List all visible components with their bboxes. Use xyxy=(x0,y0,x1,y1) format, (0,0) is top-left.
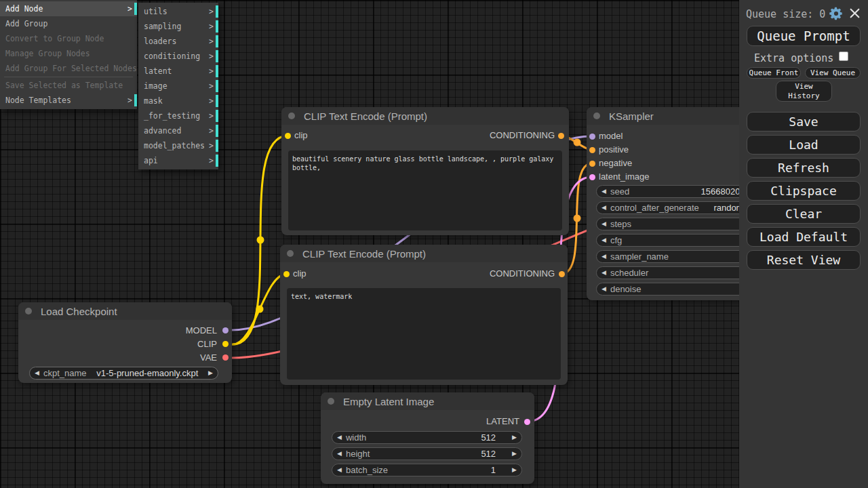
menu-item-convert-to-group-node: Convert to Group Node xyxy=(0,31,137,46)
load-default-button[interactable]: Load Default xyxy=(747,227,861,247)
node-canvas[interactable]: CLIP Text Encode (Prompt) clip CONDITION… xyxy=(0,0,868,488)
node-clip-text-encode-1[interactable]: CLIP Text Encode (Prompt) clip CONDITION… xyxy=(281,107,569,235)
node-collapse-dot[interactable] xyxy=(593,113,600,119)
submenu-arrow-icon: > xyxy=(209,79,214,94)
prompt-textarea[interactable]: beautiful scenery nature glass bottle la… xyxy=(288,150,562,230)
output-label: LATENT xyxy=(486,416,519,426)
extra-options-label: Extra options xyxy=(754,52,833,64)
submenu-arrow-icon: > xyxy=(209,4,214,19)
submenu-arrow-icon: > xyxy=(209,34,214,49)
input-label: positive xyxy=(599,144,629,155)
increment-icon[interactable]: ▶ xyxy=(512,464,517,476)
view-history-button[interactable]: View History xyxy=(776,81,832,102)
input-slot-clip[interactable] xyxy=(283,271,290,277)
output-slot-conditioning[interactable] xyxy=(559,271,565,277)
submenu-arrow-icon: > xyxy=(209,153,214,168)
decrement-icon[interactable]: ◀ xyxy=(337,464,342,476)
input-slot-positive[interactable] xyxy=(589,147,595,153)
output-slot-latent[interactable] xyxy=(524,419,530,425)
input-label: clip xyxy=(293,268,307,279)
submenu-item-mask[interactable]: mask> xyxy=(138,94,218,108)
clear-button[interactable]: Clear xyxy=(747,204,861,224)
refresh-button[interactable]: Refresh xyxy=(747,158,861,178)
input-slot-model[interactable] xyxy=(589,134,595,140)
save-button[interactable]: Save xyxy=(747,112,861,131)
queue-prompt-button[interactable]: Queue Prompt xyxy=(747,26,861,46)
submenu-item-image[interactable]: image> xyxy=(138,79,218,94)
decrement-icon[interactable]: ◀ xyxy=(601,202,606,214)
widget-ckpt-name[interactable]: ◀ ckpt_name v1-5-pruned-emaonly.ckpt ▶ xyxy=(29,367,218,380)
node-titlebar[interactable]: Empty Latent Image xyxy=(321,392,534,410)
menu-item-node-templates[interactable]: Node Templates > xyxy=(0,93,137,108)
node-load-checkpoint[interactable]: Load Checkpoint MODEL CLIP VAE ◀ ckpt_na… xyxy=(18,302,232,383)
output-slot-vae[interactable] xyxy=(222,354,229,361)
prompt-textarea[interactable]: text, watermark xyxy=(287,288,561,380)
prev-option-icon[interactable]: ◀ xyxy=(35,367,39,379)
decrement-icon[interactable]: ◀ xyxy=(601,267,606,279)
node-collapse-dot[interactable] xyxy=(328,398,334,405)
submenu-item-for-testing[interactable]: _for_testing> xyxy=(138,108,218,123)
node-title: CLIP Text Encode (Prompt) xyxy=(302,248,426,260)
submenu-item-conditioning[interactable]: conditioning> xyxy=(138,49,218,64)
output-slot-clip[interactable] xyxy=(222,341,229,347)
output-label: CLIP xyxy=(197,339,217,349)
menu-item-add-node[interactable]: Add Node > xyxy=(0,1,137,16)
reset-view-button[interactable]: Reset View xyxy=(747,250,861,270)
submenu-item-sampling[interactable]: sampling> xyxy=(138,19,218,34)
menu-item-add-group[interactable]: Add Group xyxy=(0,16,137,31)
node-collapse-dot[interactable] xyxy=(287,250,294,257)
increment-icon[interactable]: ▶ xyxy=(512,448,517,460)
menu-item-manage-group-nodes: Manage Group Nodes xyxy=(0,46,137,61)
submenu-item-utils[interactable]: utils> xyxy=(138,4,218,19)
output-slot-model[interactable] xyxy=(222,327,229,333)
widget-height[interactable]: ◀ height 512 ▶ xyxy=(332,447,522,460)
link-dot xyxy=(574,139,581,146)
decrement-icon[interactable]: ◀ xyxy=(601,283,606,295)
node-clip-text-encode-2[interactable]: CLIP Text Encode (Prompt) clip CONDITION… xyxy=(280,245,568,385)
input-label: model xyxy=(599,131,623,141)
node-title: KSampler xyxy=(609,110,654,122)
next-option-icon[interactable]: ▶ xyxy=(208,367,213,379)
load-button[interactable]: Load xyxy=(747,135,861,155)
submenu-item-api[interactable]: api> xyxy=(138,153,218,168)
submenu-item-loaders[interactable]: loaders> xyxy=(138,34,218,49)
submenu-arrow-icon: > xyxy=(209,94,214,108)
node-titlebar[interactable]: Load Checkpoint xyxy=(18,302,232,320)
queue-front-button[interactable]: Queue Front xyxy=(747,67,801,79)
increment-icon[interactable]: ▶ xyxy=(512,432,517,443)
submenu-item-latent[interactable]: latent> xyxy=(138,64,218,79)
menu-separator xyxy=(4,77,133,77)
input-slot-negative[interactable] xyxy=(589,161,595,167)
decrement-icon[interactable]: ◀ xyxy=(337,432,342,443)
decrement-icon[interactable]: ◀ xyxy=(601,218,606,230)
node-title: Empty Latent Image xyxy=(343,396,434,407)
decrement-icon[interactable]: ◀ xyxy=(337,448,342,460)
settings-gear-icon[interactable] xyxy=(829,6,844,24)
node-titlebar[interactable]: CLIP Text Encode (Prompt) xyxy=(280,245,568,262)
view-queue-button[interactable]: View Queue xyxy=(805,67,861,79)
input-label: latent_image xyxy=(599,171,649,182)
decrement-icon[interactable]: ◀ xyxy=(601,251,606,262)
input-slot-latent-image[interactable] xyxy=(589,174,595,180)
widget-width[interactable]: ◀ width 512 ▶ xyxy=(332,431,522,444)
clipspace-button[interactable]: Clipspace xyxy=(747,181,861,201)
node-collapse-dot[interactable] xyxy=(288,113,295,119)
node-titlebar[interactable]: CLIP Text Encode (Prompt) xyxy=(281,107,569,125)
menu-item-save-selected-template: Save Selected as Template xyxy=(0,78,137,93)
decrement-icon[interactable]: ◀ xyxy=(601,235,606,246)
node-collapse-dot[interactable] xyxy=(25,308,32,314)
submenu-item-model-patches[interactable]: model_patches> xyxy=(138,138,218,153)
submenu-arrow-icon: > xyxy=(209,19,214,34)
node-empty-latent-image[interactable]: Empty Latent Image LATENT ◀ width 512 ▶ … xyxy=(321,392,534,484)
decrement-icon[interactable]: ◀ xyxy=(601,186,606,197)
extra-options-checkbox[interactable] xyxy=(839,52,848,61)
widget-batch-size[interactable]: ◀ batch_size 1 ▶ xyxy=(332,464,522,476)
output-slot-conditioning[interactable] xyxy=(558,133,564,139)
output-label: MODEL xyxy=(186,325,217,336)
close-icon[interactable] xyxy=(849,7,861,22)
submenu-item-advanced[interactable]: advanced> xyxy=(138,123,218,138)
add-node-submenu: utils> sampling> loaders> conditioning> … xyxy=(138,3,218,169)
queue-size-label: Queue size: 0 xyxy=(746,8,825,20)
submenu-arrow-icon: > xyxy=(127,93,132,108)
input-slot-clip[interactable] xyxy=(285,133,291,139)
